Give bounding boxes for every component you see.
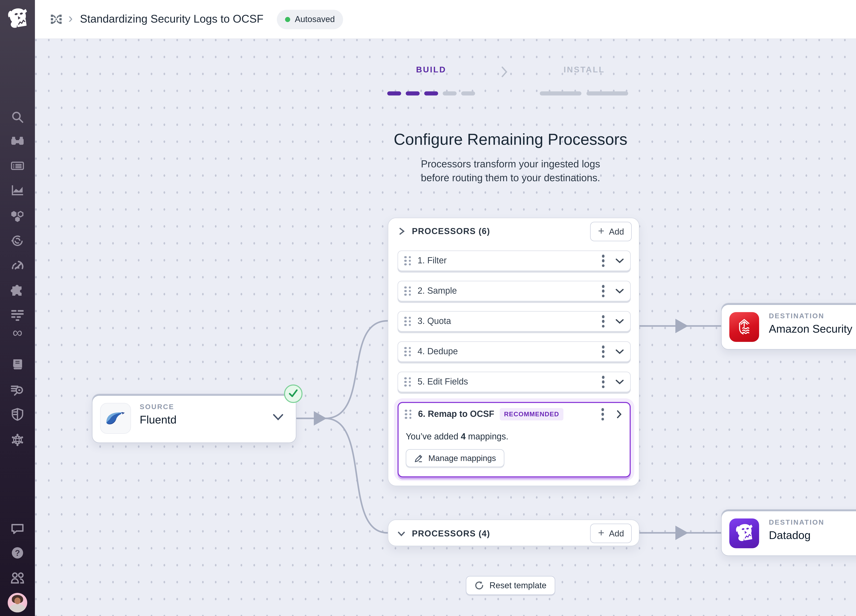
- refresh-icon: [474, 581, 484, 590]
- drag-handle-icon[interactable]: [404, 377, 411, 387]
- chevron-down-icon[interactable]: [615, 379, 624, 384]
- processor-label: 3. Quota: [417, 316, 451, 326]
- kebab-menu-icon[interactable]: [602, 255, 605, 267]
- processor-label: 6. Remap to OCSF: [418, 409, 494, 419]
- processor-row-quota[interactable]: 3. Quota: [397, 311, 631, 332]
- autosaved-status-dot: [285, 17, 290, 22]
- observability-pipelines-icon[interactable]: [10, 307, 25, 323]
- fluentd-logo-icon: [100, 403, 131, 434]
- metrics-chart-icon[interactable]: [10, 182, 25, 198]
- destination-node-datadog[interactable]: DESTINATION Datadog: [721, 509, 856, 556]
- pencil-icon: [414, 454, 423, 463]
- add-label: Add: [609, 528, 624, 538]
- processor-group-top: PROCESSORS (6) + Add 1. Filter 2. Sample: [388, 218, 639, 486]
- security-shield-icon[interactable]: [10, 407, 25, 422]
- processor-row-filter[interactable]: 1. Filter: [397, 250, 631, 271]
- destination-node-amazon-security-lake[interactable]: DESTINATION Amazon Security Lake: [721, 303, 856, 350]
- reset-template-label: Reset template: [490, 581, 547, 590]
- processor-group-bottom: PROCESSORS (4) + Add: [388, 519, 639, 546]
- canvas-subtitle-line2: before routing them to your destinations…: [35, 172, 856, 184]
- help-icon[interactable]: ?: [10, 545, 25, 561]
- pipelines-breadcrumb-icon[interactable]: [50, 13, 62, 25]
- chat-icon[interactable]: [10, 521, 25, 536]
- install-progress-segments: [540, 91, 628, 95]
- notebook-icon[interactable]: [10, 357, 25, 372]
- watchdog-binoculars-icon[interactable]: [10, 134, 25, 149]
- source-node-fluentd[interactable]: SOURCE Fluentd: [92, 394, 296, 443]
- service-hexagons-icon[interactable]: [10, 208, 25, 223]
- user-avatar[interactable]: [8, 593, 27, 612]
- add-processor-button-top[interactable]: + Add: [590, 222, 632, 241]
- chevron-down-icon[interactable]: [397, 530, 405, 537]
- source-type-label: SOURCE: [140, 403, 174, 411]
- network-globe-icon[interactable]: [10, 432, 25, 448]
- integrations-puzzle-icon[interactable]: [10, 283, 25, 299]
- datadog-logo-icon[interactable]: [5, 7, 30, 31]
- drag-handle-icon[interactable]: [404, 316, 411, 326]
- kebab-menu-icon[interactable]: [602, 346, 605, 358]
- processor-row-sample[interactable]: 2. Sample: [397, 281, 631, 301]
- chevron-down-icon[interactable]: [615, 319, 624, 324]
- drag-handle-icon[interactable]: [404, 286, 411, 296]
- connector-arrow-icon: [314, 411, 326, 426]
- chevron-down-icon[interactable]: [273, 414, 283, 421]
- recommended-badge: RECOMMENDED: [500, 408, 563, 421]
- ci-cd-infinity-icon[interactable]: ∞: [10, 325, 25, 340]
- source-name: Fluentd: [140, 414, 177, 427]
- autosaved-label: Autosaved: [295, 14, 335, 24]
- drag-handle-icon[interactable]: [405, 409, 411, 419]
- manage-mappings-button[interactable]: Manage mappings: [406, 449, 504, 467]
- plus-icon: +: [598, 225, 604, 237]
- chevron-down-icon[interactable]: [615, 258, 624, 263]
- reset-template-button[interactable]: Reset template: [466, 576, 555, 595]
- processor-group-top-header[interactable]: PROCESSORS (6): [397, 218, 490, 244]
- dashboard-gauge-icon[interactable]: [10, 258, 25, 273]
- sidebar: ∞ ?: [0, 0, 35, 616]
- kebab-menu-icon[interactable]: [602, 315, 605, 327]
- topbar: › Standardizing Security Logs to OCSF Au…: [35, 0, 856, 39]
- processor-label: 4. Dedupe: [417, 347, 458, 357]
- amazon-security-lake-logo-icon: [729, 312, 759, 342]
- mappings-count: 4: [461, 432, 465, 441]
- processor-group-bottom-header[interactable]: PROCESSORS (4): [397, 520, 490, 547]
- destination-type-label: DESTINATION: [769, 518, 824, 526]
- chevron-right-icon[interactable]: [397, 227, 405, 235]
- processor-label: 1. Filter: [417, 256, 446, 266]
- mappings-summary-text: You’ve added 4 mappings.: [406, 432, 622, 442]
- manage-mappings-label: Manage mappings: [428, 454, 496, 463]
- observability-pipelines-app: ∞ ? › Standardizing Security Logs to OCS…: [0, 0, 856, 616]
- processor-label: 5. Edit Fields: [417, 377, 468, 387]
- add-label: Add: [609, 227, 624, 237]
- chevron-right-icon[interactable]: [617, 410, 622, 419]
- destination-type-label: DESTINATION: [769, 312, 824, 320]
- plus-icon: +: [598, 527, 604, 539]
- chevron-down-icon[interactable]: [615, 349, 624, 354]
- kebab-menu-icon[interactable]: [602, 376, 605, 388]
- drag-handle-icon[interactable]: [404, 347, 411, 356]
- search-icon[interactable]: [10, 109, 25, 125]
- processor-group-top-title: PROCESSORS (6): [412, 226, 490, 236]
- step-build[interactable]: BUILD: [387, 65, 475, 74]
- destination-name: Amazon Security Lake: [769, 323, 856, 336]
- source-configured-check-icon: [284, 384, 303, 403]
- canvas-heading: Configure Remaining Processors: [35, 131, 856, 149]
- page-title: Standardizing Security Logs to OCSF: [80, 13, 263, 26]
- autosaved-badge: Autosaved: [277, 9, 343, 29]
- log-explorer-icon[interactable]: [10, 382, 25, 397]
- chevron-down-icon[interactable]: [615, 289, 624, 293]
- processor-row-dedupe[interactable]: 4. Dedupe: [397, 341, 631, 362]
- destination-name: Datadog: [769, 529, 811, 542]
- organization-icon[interactable]: [10, 570, 25, 586]
- breadcrumb-chevron-icon: ›: [68, 10, 73, 26]
- drag-handle-icon[interactable]: [404, 256, 411, 266]
- log-stream-icon[interactable]: [10, 158, 25, 174]
- processor-row-remap-ocsf-selected[interactable]: 6. Remap to OCSF RECOMMENDED You’ve adde…: [397, 402, 631, 478]
- ci-circle-icon[interactable]: [10, 233, 25, 249]
- processor-row-edit-fields[interactable]: 5. Edit Fields: [397, 372, 631, 392]
- pipeline-canvas[interactable]: BUILD INSTALL Configure Remaining Proces…: [35, 38, 856, 616]
- kebab-menu-icon[interactable]: [601, 408, 604, 421]
- add-processor-button-bottom[interactable]: + Add: [590, 524, 632, 543]
- step-install[interactable]: INSTALL: [540, 65, 629, 74]
- processor-label: 2. Sample: [417, 286, 457, 296]
- kebab-menu-icon[interactable]: [602, 285, 605, 297]
